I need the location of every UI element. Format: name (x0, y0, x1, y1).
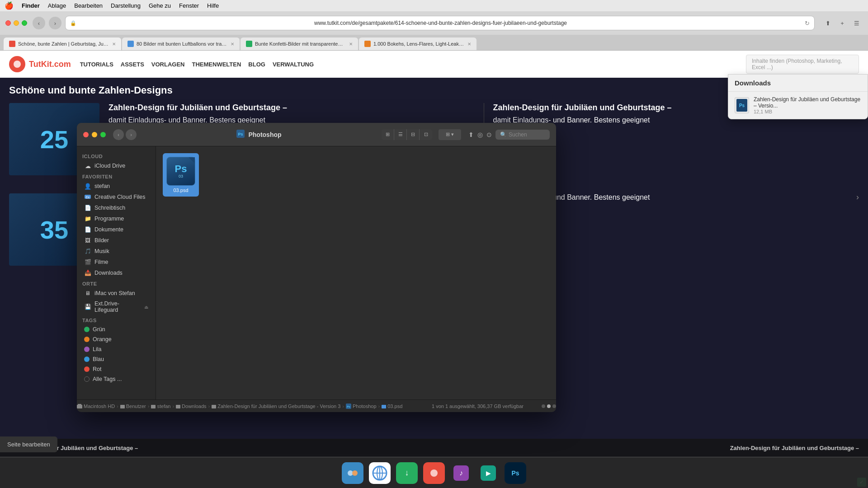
sidebar-tag-orange[interactable]: Orange (79, 334, 154, 344)
file-item-psd[interactable]: Ps 03 03.psd (163, 153, 199, 197)
website-search[interactable]: Inhalte finden (Photoshop, Marketing, Ex… (746, 55, 859, 74)
download-item-1[interactable]: Ps Zahlen-Design für Jubiläen und Geburt… (728, 92, 868, 119)
menubar-bearbeiten[interactable]: Bearbeiten (74, 2, 103, 9)
breadcrumb-sep-4: › (208, 404, 210, 409)
sidebar-stefan[interactable]: 👤 stefan (79, 181, 154, 192)
zoom-dot-1[interactable] (542, 404, 545, 408)
finder-close-btn[interactable] (83, 132, 89, 137)
breadcrumb-downloads[interactable]: Downloads (176, 404, 206, 409)
sidebar-dokumente[interactable]: 📄 Dokumente (79, 224, 154, 235)
reload-icon[interactable]: ↻ (805, 20, 810, 27)
browser-tab-0[interactable]: Schöne, bunte Zahlen | Geburtstag, Jubil… (4, 38, 121, 50)
sidebar-programme[interactable]: 📁 Programme (79, 213, 154, 224)
menubar-hilfe[interactable]: Hilfe (207, 2, 219, 9)
browser-close-btn[interactable] (5, 20, 11, 26)
add-tab-btn[interactable]: + (836, 17, 848, 29)
more-action[interactable]: ⊙ (486, 131, 492, 138)
dock-item-terminal[interactable]: ▶ (476, 461, 500, 485)
eject-icon[interactable]: ⏏ (144, 305, 148, 310)
dock-item-photos[interactable] (422, 461, 446, 485)
tab-close-0[interactable]: ✕ (112, 42, 116, 47)
sidebar-tag-gruen[interactable]: Grün (79, 324, 154, 334)
sidebar-imac[interactable]: 🖥 iMac von Stefan (79, 288, 154, 299)
dock-item-browser[interactable] (368, 461, 392, 485)
apple-menu[interactable]: 🍎 (5, 1, 14, 10)
tag-dot-lila (84, 347, 90, 352)
tab-close-2[interactable]: ✕ (349, 42, 353, 47)
finder-zoom-btn[interactable] (100, 132, 106, 137)
browser-tab-2[interactable]: Bunte Konfetti-Bilder mit transparentem … (241, 38, 358, 50)
menubar-darstellung[interactable]: Darstellung (111, 2, 141, 9)
breadcrumb-stefan[interactable]: stefan (151, 404, 170, 409)
sidebar-tag-blau[interactable]: Blau (79, 354, 154, 364)
breadcrumb-sep-3: › (172, 404, 174, 409)
zoom-dot-3[interactable] (552, 404, 556, 408)
svg-text:▶: ▶ (486, 469, 491, 477)
sidebar-icloud-drive[interactable]: ☁ iCloud Drive (79, 160, 154, 171)
sidebar-filme[interactable]: 🎬 Filme (79, 257, 154, 267)
sidebar-tag-alle[interactable]: Alle Tags ... (79, 374, 154, 384)
tab-close-3[interactable]: ✕ (467, 42, 471, 47)
sidebar-tag-lila[interactable]: Lila (79, 344, 154, 354)
sidebar-schreibtisch[interactable]: 📄 Schreibtisch (79, 202, 154, 213)
dock-item-photoshop[interactable]: Ps Photoshop (504, 461, 527, 485)
view-list-btn[interactable]: ☰ (394, 129, 407, 140)
finder-forward-btn[interactable]: › (126, 129, 137, 140)
finder-search[interactable]: 🔍 Suchen (495, 130, 550, 140)
svg-text:Cc: Cc (86, 196, 90, 199)
sidebar-tag-rot[interactable]: Rot (79, 364, 154, 374)
section-title-1: Zahlen-Design für Jubiläen und Geburtsta… (108, 103, 475, 113)
finder-minimize-btn[interactable] (92, 132, 97, 137)
share-action[interactable]: ⬆ (468, 131, 474, 138)
sidebar-bilder[interactable]: 🖼 Bilder (79, 235, 154, 246)
address-bar[interactable]: 🔒 www.tutkit.com/de/gesamtpakete/614-sch… (65, 16, 815, 30)
browser-tab-3[interactable]: 1.000 Bokehs, Lens-Flares, Light-Leaks: … (359, 38, 476, 50)
share-btn[interactable]: ⬆ (822, 17, 834, 29)
menubar-finder[interactable]: Finder (22, 2, 40, 9)
breadcrumb-macintosh[interactable]: Macintosh HD (77, 404, 115, 409)
sidebar-musik[interactable]: 🎵 Musik (79, 246, 154, 257)
browser-forward-btn[interactable]: › (49, 17, 61, 29)
zoom-dot-2[interactable] (547, 404, 551, 408)
sidebar-imac-label: iMac von Stefan (94, 290, 135, 296)
breadcrumb-zahlen[interactable]: Zahlen-Design für Jubiläen und Geburtsta… (212, 404, 340, 409)
view-icon-btn[interactable]: ⊞ (382, 129, 394, 140)
nav-tutorials[interactable]: TUTORIALS (80, 61, 113, 68)
view-sort-btn[interactable]: ⊞ ▾ (439, 129, 461, 140)
sidebar-toggle-btn[interactable]: ☰ (851, 17, 863, 29)
nav-assets[interactable]: ASSETS (121, 61, 144, 68)
breadcrumb-photoshop[interactable]: Ps Photoshop (346, 404, 377, 409)
browser-back-btn[interactable]: ‹ (33, 17, 45, 29)
breadcrumb-benutzer[interactable]: Benutzer (120, 404, 146, 409)
svg-rect-7 (120, 405, 125, 408)
tag-action[interactable]: ◎ (477, 131, 483, 138)
zoom-controls (542, 404, 556, 408)
menubar-fenster[interactable]: Fenster (179, 2, 199, 9)
creative-cloud-icon: Cc (84, 193, 91, 201)
nav-verwaltung[interactable]: VERWALTUNG (273, 61, 314, 68)
browser-maximize-btn[interactable] (22, 20, 27, 26)
dock-item-music[interactable]: ♪ (449, 461, 473, 485)
svg-text:↓: ↓ (405, 468, 409, 477)
finder-back-btn[interactable]: ‹ (113, 129, 124, 140)
view-column-btn[interactable]: ⊟ (407, 129, 420, 140)
menubar-gehe-zu[interactable]: Gehe zu (149, 2, 171, 9)
tab-close-1[interactable]: ✕ (231, 42, 234, 47)
view-gallery-btn[interactable]: ⊡ (420, 129, 432, 140)
dock-music-icon: ♪ (450, 462, 472, 484)
finder-content[interactable]: Ps 03 03.psd (156, 146, 556, 399)
sidebar-ext-drive[interactable]: 💾 Ext.Drive-Lifeguard ⏏ (79, 299, 154, 315)
nav-themenwelten[interactable]: THEMENWELTEN (192, 61, 241, 68)
breadcrumb-file[interactable]: 03.psd (382, 404, 402, 409)
dock-item-downloads[interactable]: ↓ Downloads (395, 461, 419, 485)
dock-item-finder[interactable] (341, 461, 364, 485)
tab-favicon-0 (9, 41, 15, 47)
nav-vorlagen[interactable]: VORLAGEN (151, 61, 185, 68)
page-edit-button[interactable]: Seite bearbeiten (0, 436, 57, 452)
sidebar-downloads[interactable]: 📥 Downloads (79, 267, 154, 278)
sidebar-creative-cloud[interactable]: Cc Creative Cloud Files (79, 192, 154, 202)
browser-minimize-btn[interactable] (14, 20, 19, 26)
menubar-ablage[interactable]: Ablage (48, 2, 66, 9)
browser-tab-1[interactable]: 80 Bilder mit bunten Luftballons vor tra… (122, 38, 240, 50)
nav-blog[interactable]: BLOG (248, 61, 265, 68)
